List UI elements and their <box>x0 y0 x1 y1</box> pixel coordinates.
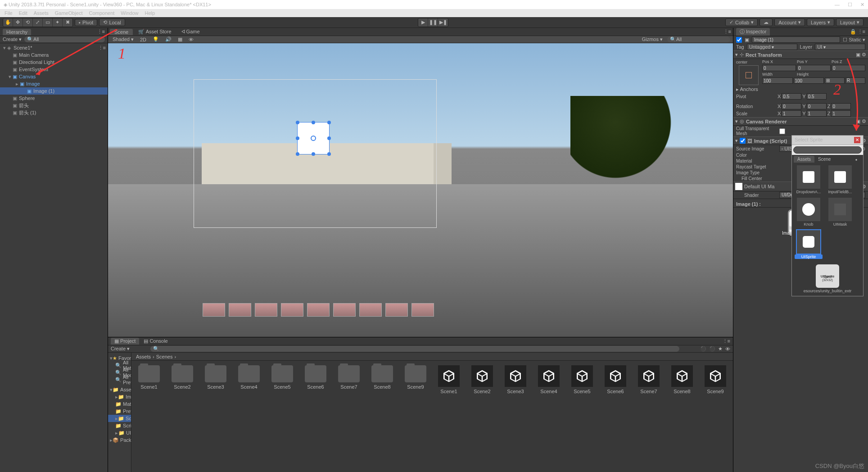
folder-item[interactable]: 📁 Material <box>108 400 131 408</box>
play-button[interactable]: ▶ <box>418 18 428 27</box>
menu-assets[interactable]: Assets <box>31 10 51 16</box>
scene-asset-item[interactable]: Scene2 <box>469 365 495 394</box>
lock-icon[interactable]: 🔒 ⋮≡ <box>850 29 865 35</box>
console-tab[interactable]: ▤ Console <box>139 338 172 345</box>
move-tool-icon[interactable]: ✥ <box>13 18 23 27</box>
hierarchy-item[interactable]: ▣EventSystem <box>0 66 108 73</box>
tag-dropdown[interactable]: Untagged ▾ <box>747 44 797 50</box>
account-dropdown[interactable]: Account ▾ <box>774 18 805 26</box>
breadcrumb-item[interactable]: Assets <box>134 354 153 359</box>
layers-dropdown[interactable]: Layers ▾ <box>807 18 834 26</box>
hierarchy-item[interactable]: ▣箭头 <box>0 102 108 109</box>
thumb-item[interactable] <box>411 303 434 317</box>
scale-z-field[interactable] <box>831 110 851 117</box>
sprite-picker-item[interactable]: InputFieldB... <box>826 165 854 194</box>
anchor-preset-button[interactable] <box>739 65 759 85</box>
rotate-tool-icon[interactable]: ⟲ <box>23 18 33 27</box>
filter-icon[interactable]: ⚫ <box>709 346 715 352</box>
panel-menu-icon[interactable]: ⋮≡ <box>723 338 730 344</box>
thumb-item[interactable] <box>333 303 356 317</box>
pivot-y-field[interactable] <box>807 93 827 100</box>
folder-item[interactable]: Scene9 <box>402 365 429 390</box>
folder-item[interactable]: Scene3 <box>203 365 229 390</box>
image-enabled-checkbox[interactable] <box>740 138 746 144</box>
sprite-picker-item[interactable]: UISprite <box>795 230 823 259</box>
pause-button[interactable]: ❚❚ <box>428 18 438 27</box>
scale-y-field[interactable] <box>807 110 827 117</box>
scale-tool-icon[interactable]: ⤢ <box>33 18 43 27</box>
static-checkbox[interactable]: ☐ Static ▾ <box>843 37 865 43</box>
hierarchy-search[interactable]: 🔍All <box>24 36 105 42</box>
raw-edit-icon[interactable]: R <box>845 77 865 84</box>
pivot-x-field[interactable] <box>782 93 801 100</box>
scene-viewport[interactable] <box>108 43 733 337</box>
create-dropdown[interactable]: Create ▾ <box>3 36 22 42</box>
thumb-item[interactable] <box>281 303 303 317</box>
scene-asset-item[interactable]: Scene1 <box>436 365 462 394</box>
selected-image-gizmo[interactable] <box>297 122 330 154</box>
tab-asset-store[interactable]: 🛒 Asset Store <box>134 28 176 35</box>
rect-tool-icon[interactable]: ▭ <box>43 18 53 27</box>
layer-dropdown[interactable]: UI ▾ <box>815 44 865 50</box>
sprite-picker-item[interactable]: UIMask <box>826 198 854 227</box>
picker-tab-scene[interactable]: Scene <box>814 156 834 163</box>
folder-item[interactable]: Scene2 <box>169 365 195 390</box>
thumb-item[interactable] <box>359 303 382 317</box>
scene-asset-item[interactable]: Scene6 <box>602 365 628 394</box>
scene-asset-item[interactable]: Scene7 <box>636 365 662 394</box>
project-create-dropdown[interactable]: Create ▾ <box>111 346 130 352</box>
maximize-button[interactable]: ☐ <box>848 2 852 8</box>
lighting-icon[interactable]: 💡 <box>151 36 161 42</box>
project-tab[interactable]: ▦ Project <box>111 338 139 345</box>
folder-item[interactable]: 📁 Prefab <box>108 408 131 415</box>
folder-item[interactable]: Scene8 <box>369 365 395 390</box>
gizmos-dropdown[interactable]: Gizmos ▾ <box>640 36 665 42</box>
folder-item[interactable]: ▸📁 Image <box>108 393 131 400</box>
hierarchy-item[interactable]: ▾▣Canvas <box>0 73 108 80</box>
thumb-item[interactable] <box>229 303 251 317</box>
tab-game[interactable]: ᐊ Game <box>177 28 204 35</box>
close-button[interactable]: ✕ <box>860 2 864 8</box>
2d-toggle[interactable]: 2D <box>138 37 148 42</box>
step-button[interactable]: ▶❚ <box>438 18 448 27</box>
scene-asset-item[interactable]: Scene3 <box>502 365 529 394</box>
pivot-toggle[interactable]: ▪Pivot <box>75 19 97 26</box>
cull-mesh-checkbox[interactable] <box>779 128 785 134</box>
scene-root[interactable]: ▾◈Scene1*⋮≡ <box>0 44 108 51</box>
cloud-button[interactable]: ☁ <box>760 18 773 26</box>
panel-menu-icon[interactable]: ⋮≡ <box>723 29 731 35</box>
scene-asset-item[interactable]: Scene8 <box>669 365 695 394</box>
folder-item-scenes[interactable]: ▸📁 Scenes <box>108 415 131 422</box>
breadcrumb-item[interactable]: Scenes <box>154 354 175 359</box>
assets-root[interactable]: ▾📁 Assets <box>108 386 131 393</box>
custom-tool-icon[interactable]: ✖ <box>63 18 72 27</box>
scale-x-field[interactable] <box>782 110 801 117</box>
sprite-picker-item[interactable]: Knob <box>795 198 823 227</box>
menu-edit[interactable]: Edit <box>16 10 30 16</box>
picker-close-button[interactable]: ✕ <box>854 137 860 143</box>
pos-z-field[interactable] <box>832 65 865 71</box>
minimize-button[interactable]: — <box>835 2 840 8</box>
hierarchy-item[interactable]: ▣Sphere <box>0 95 108 102</box>
hidden-icon[interactable]: 👁 <box>187 37 195 42</box>
layout-dropdown[interactable]: Layout ▾ <box>836 18 863 26</box>
height-field[interactable] <box>794 77 824 84</box>
inspector-tab[interactable]: ⓘ Inspector <box>736 28 770 36</box>
folder-item[interactable]: Scene5 <box>269 365 295 390</box>
hierarchy-item[interactable]: ▣Directional Light <box>0 59 108 66</box>
audio-icon[interactable]: 🔊 <box>163 36 173 42</box>
tab-scene[interactable]: Scene <box>110 29 133 35</box>
folder-item[interactable]: 📁 Script <box>108 422 131 429</box>
scene-asset-item[interactable]: Scene4 <box>536 365 562 394</box>
hierarchy-item[interactable]: ▸▣Image <box>0 80 108 87</box>
select-sprite-window[interactable]: Select Sprite✕ AssetsScene⬥ DropdownA...… <box>791 135 863 296</box>
thumb-item[interactable] <box>203 303 225 317</box>
menu-help[interactable]: Help <box>142 10 158 16</box>
menu-component[interactable]: Component <box>86 10 117 16</box>
object-name-field[interactable] <box>752 36 840 43</box>
anchors-foldout[interactable]: ▸ Anchors <box>736 86 758 92</box>
menu-window[interactable]: Window <box>118 10 141 16</box>
pos-x-field[interactable] <box>762 65 796 71</box>
menu-gameobject[interactable]: GameObject <box>52 10 86 16</box>
hierarchy-item[interactable]: ▣Image (1) <box>0 87 108 95</box>
